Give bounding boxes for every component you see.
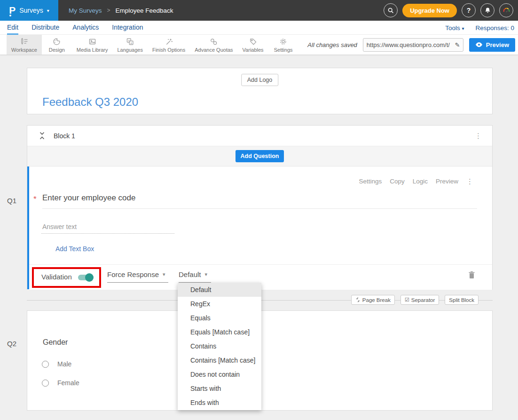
radio-button-icon[interactable] <box>42 380 49 387</box>
collapse-block-button[interactable] <box>39 131 45 140</box>
question-menu-kebab-icon[interactable]: ⋮ <box>466 178 473 185</box>
preview-button[interactable]: Preview <box>469 38 515 52</box>
notifications-button[interactable] <box>480 3 494 17</box>
chain-links-icon <box>209 37 218 46</box>
product-name: Surveys <box>19 7 43 14</box>
toolbar-right: All changes saved ✎ Preview <box>307 35 515 55</box>
edit-url-pencil-icon[interactable]: ✎ <box>452 41 463 48</box>
gauge-icon <box>502 7 510 15</box>
split-block-button[interactable]: Split Block <box>445 295 479 305</box>
menu-option-equals-match-case[interactable]: Equals [Match case] <box>178 325 261 339</box>
question-logic-link[interactable]: Logic <box>413 178 428 185</box>
question-text-underline <box>42 208 477 209</box>
upgrade-now-button[interactable]: Upgrade Now <box>402 4 457 17</box>
survey-url-input[interactable] <box>363 41 452 48</box>
nav-right: Tools ▾ Responses: 0 <box>445 21 514 35</box>
search-icon <box>387 7 394 14</box>
menu-option-regex[interactable]: RegEx <box>178 297 261 311</box>
add-text-box-link[interactable]: Add Text Box <box>55 245 94 253</box>
usage-meter-button[interactable] <box>499 3 513 17</box>
add-question-button[interactable]: Add Question <box>235 150 284 162</box>
radio-button-icon[interactable] <box>42 361 49 368</box>
option-male[interactable]: Male <box>42 360 71 368</box>
toggle-knob <box>85 273 94 282</box>
toolbar-languages[interactable]: xA Languages <box>112 35 147 55</box>
tab-analytics[interactable]: Analytics <box>72 21 99 35</box>
page-break-button[interactable]: Page Break <box>351 295 395 305</box>
block-menu-kebab-icon[interactable]: ⋮ <box>475 132 482 139</box>
force-response-dropdown[interactable]: Force Response ▾ <box>107 270 168 283</box>
separator-button[interactable]: ☑ Separator <box>400 295 439 305</box>
question-1-editor: Settings Copy Logic Preview ⋮ * Enter yo… <box>27 166 492 289</box>
tools-menu[interactable]: Tools ▾ <box>445 24 464 32</box>
chevron-down-icon: ▾ <box>163 271 165 277</box>
toolbar-variables[interactable]: Variables <box>238 35 268 55</box>
nav-tabs: Edit Distribute Analytics Integration <box>7 21 143 35</box>
insert-buttons: Page Break ☑ Separator Split Block <box>351 295 479 305</box>
required-asterisk: * <box>33 195 37 204</box>
magic-wand-icon <box>165 37 173 46</box>
menu-option-ends-with[interactable]: Ends with <box>178 396 261 410</box>
answer-text-placeholder[interactable]: Answer text <box>42 223 77 230</box>
question-1-number: Q1 <box>7 197 16 205</box>
chevron-down-icon: ▾ <box>47 8 49 13</box>
breadcrumb-my-surveys[interactable]: My Surveys <box>69 7 102 14</box>
toolbar-media-library[interactable]: Media Library <box>72 35 113 55</box>
menu-option-starts-with[interactable]: Starts with <box>178 381 261 396</box>
toolbar-advance-quotas[interactable]: Advance Quotas <box>190 35 237 55</box>
tab-edit[interactable]: Edit <box>7 21 18 35</box>
autosave-status: All changes saved <box>307 41 357 48</box>
menu-option-does-not-contain[interactable]: Does not contain <box>178 367 261 381</box>
tab-distribute[interactable]: Distribute <box>31 21 59 35</box>
question-2-number: Q2 <box>7 340 16 348</box>
validation-label: Validation <box>41 273 72 281</box>
toolbar-workspace[interactable]: Workspace <box>7 35 42 55</box>
editor-toolbar: Workspace Design Media Library xA Langua… <box>0 35 518 55</box>
add-logo-button[interactable]: Add Logo <box>241 74 279 86</box>
bell-icon <box>484 7 491 14</box>
question-1-text[interactable]: Enter your employee code <box>42 193 135 203</box>
search-button[interactable] <box>384 3 398 17</box>
add-question-strip: Add Question <box>27 146 492 166</box>
survey-url-box: ✎ <box>363 38 463 52</box>
toolbar-finish-options[interactable]: Finish Options <box>148 35 190 55</box>
menu-option-equals[interactable]: Equals <box>178 311 261 325</box>
tab-integration[interactable]: Integration <box>112 21 143 35</box>
tag-icon <box>249 37 258 46</box>
collapse-icon <box>39 131 45 140</box>
checkbox-icon: ☑ <box>405 297 409 303</box>
question-2-text[interactable]: Gender <box>43 338 68 347</box>
survey-editor-app: P Surveys ▾ My Surveys > Employee Feedba… <box>0 0 518 420</box>
svg-text:A: A <box>130 42 132 45</box>
question-copy-link[interactable]: Copy <box>390 178 405 185</box>
top-bar: P Surveys ▾ My Surveys > Employee Feedba… <box>0 0 518 21</box>
survey-nav: Edit Distribute Analytics Integration To… <box>0 21 518 35</box>
palette-icon <box>52 37 61 46</box>
breadcrumb-current-survey: Employee Feedback <box>116 7 173 14</box>
chevron-down-icon: ▾ <box>205 271 208 277</box>
page-break-icon <box>355 297 361 302</box>
help-button[interactable]: ? <box>462 3 476 17</box>
product-switcher[interactable]: P Surveys ▾ <box>0 0 58 21</box>
question-preview-link[interactable]: Preview <box>436 178 458 185</box>
question-mark-icon: ? <box>467 7 471 14</box>
option-female[interactable]: Female <box>42 379 79 387</box>
menu-option-default[interactable]: Default <box>178 283 261 297</box>
toolbar-settings[interactable]: Settings <box>268 35 298 55</box>
image-icon <box>88 37 97 46</box>
question-settings-link[interactable]: Settings <box>359 178 382 185</box>
breadcrumb-separator-icon: > <box>107 7 110 14</box>
menu-option-contains[interactable]: Contains <box>178 339 261 353</box>
validation-type-dropdown[interactable]: Default ▾ <box>179 270 211 283</box>
validation-toggle[interactable] <box>78 275 92 280</box>
answer-input-line <box>41 233 174 234</box>
toolbar-design[interactable]: Design <box>42 35 72 55</box>
menu-option-contains-match-case[interactable]: Contains [Match case] <box>178 353 261 367</box>
survey-header-card: Add Logo Feedback Q3 2020 <box>27 68 493 114</box>
block-title[interactable]: Block 1 <box>54 132 75 140</box>
responses-count[interactable]: Responses: 0 <box>475 24 514 32</box>
workspace-icon <box>20 37 29 46</box>
survey-title[interactable]: Feedback Q3 2020 <box>42 95 138 109</box>
delete-question-button[interactable] <box>468 271 475 279</box>
toolbar-items: Workspace Design Media Library xA Langua… <box>7 35 298 55</box>
